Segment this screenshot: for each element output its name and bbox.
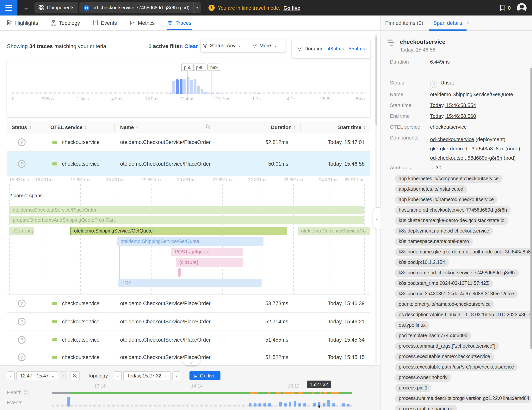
tab-highlights[interactable]: Highlights — [7, 16, 38, 30]
column-header-duration[interactable]: Duration — [247, 121, 296, 133]
component-link-pod[interactable]: od-checkoutse...58d689d-g8r6h (pod) — [430, 155, 515, 161]
events-timeline[interactable] — [52, 394, 352, 407]
sort-icon[interactable] — [363, 125, 366, 129]
span-start-time-link[interactable]: Today, 15:46:58.554 — [430, 102, 476, 108]
waterfall-span[interactable] — [178, 268, 180, 277]
histogram-bar[interactable] — [190, 80, 193, 94]
close-icon[interactable] — [466, 20, 469, 26]
sort-icon[interactable] — [29, 125, 31, 129]
waterfall-span[interactable]: .CurrencyServ... — [9, 227, 34, 235]
histogram-bar[interactable] — [176, 79, 179, 94]
histogram-bar[interactable] — [217, 93, 220, 94]
table-row[interactable]: checkoutservice oteldemo.CheckoutService… — [7, 295, 370, 313]
event-bar[interactable] — [323, 403, 325, 407]
column-header-otel-service[interactable]: OTEL service — [50, 121, 87, 133]
tab-traces[interactable]: Traces — [167, 16, 191, 30]
tab-metrics[interactable]: Metrics — [130, 16, 155, 30]
tab-topology[interactable]: Topology — [51, 16, 80, 30]
main-scrollbar[interactable] — [375, 33, 377, 363]
waterfall-span[interactable]: POST /getquote — [171, 248, 243, 256]
more-filters-dropdown[interactable]: More — [243, 39, 285, 52]
event-bar[interactable] — [254, 403, 256, 407]
help-icon[interactable] — [24, 390, 29, 395]
event-bar[interactable] — [327, 400, 330, 407]
zoom-out-button[interactable] — [71, 371, 80, 380]
waterfall-span[interactable]: prepareOrderItemsAndShippingQuoteFromCar… — [9, 216, 364, 224]
event-bar[interactable] — [279, 402, 282, 407]
tab-span-details[interactable]: Span details — [433, 20, 462, 26]
go-live-link[interactable]: Go live — [284, 5, 300, 11]
component-link-node[interactable]: gke-gke-demo-d...3bf643a8-i8ux (node) — [430, 146, 520, 152]
event-bar[interactable] — [249, 403, 251, 407]
waterfall-span[interactable]: POST — [118, 279, 262, 287]
event-bar[interactable] — [264, 403, 266, 407]
attributes-toggle[interactable]: 30 — [430, 165, 441, 171]
time-range-select[interactable]: 12:47 - 15:47 — [16, 371, 58, 380]
event-bar[interactable] — [347, 404, 350, 407]
parent-spans-link[interactable]: 2 parent spans — [9, 193, 45, 198]
tab-events[interactable]: Events — [93, 16, 117, 30]
histogram-bar[interactable] — [183, 79, 186, 94]
datetime-select[interactable]: Today, 15:27:32 — [124, 371, 171, 380]
range-next-button[interactable] — [60, 371, 67, 380]
panel-expand-handle[interactable] — [373, 207, 380, 229]
search-icon[interactable] — [205, 124, 211, 130]
event-bar[interactable] — [332, 403, 335, 407]
waterfall-span[interactable]: {closure} — [176, 258, 243, 267]
column-header-name[interactable]: Name — [120, 121, 138, 133]
sort-icon[interactable] — [85, 125, 87, 129]
waterfall-span[interactable]: oteldemo.ShippingService/GetQuote — [70, 227, 287, 235]
event-bar[interactable] — [67, 397, 70, 407]
table-row[interactable]: checkoutservice oteldemo.CheckoutService… — [7, 133, 370, 152]
duration-histogram[interactable]: p50 p90 p99 0 335µs 1.3ms 4.9ms 18.9ms 7… — [7, 58, 370, 117]
current-time-marker[interactable] — [319, 388, 319, 406]
duration-filter[interactable]: Duration: 48.4ms - 55.4ms — [292, 39, 370, 58]
components-breadcrumb-button[interactable]: Components — [35, 2, 78, 13]
pinned-items-indicator[interactable]: 0 — [499, 4, 511, 11]
histogram-bar[interactable] — [180, 79, 182, 94]
entity-dropdown-caret-icon[interactable] — [193, 2, 201, 13]
panel-scrollbar[interactable] — [531, 68, 532, 349]
table-row-selected[interactable]: checkoutservice oteldemo.CheckoutService… — [7, 152, 370, 176]
histogram-bar[interactable] — [194, 79, 196, 94]
sort-icon[interactable] — [294, 125, 296, 129]
tab-pinned-items[interactable]: Pinned items (0) — [385, 20, 423, 26]
histogram-bar[interactable] — [197, 86, 200, 94]
event-bar[interactable] — [258, 403, 261, 407]
event-bar[interactable] — [304, 403, 306, 407]
back-arrow-icon[interactable] — [23, 4, 29, 11]
health-timeline[interactable] — [52, 392, 352, 394]
component-link-deployment[interactable]: od-checkoutservice (deployment) — [430, 136, 505, 142]
event-bar[interactable] — [268, 403, 271, 407]
time-step-forward-button[interactable] — [172, 371, 180, 380]
histogram-bar[interactable] — [173, 81, 175, 94]
table-row[interactable]: checkoutservice oteldemo.CheckoutService… — [7, 313, 370, 331]
table-row[interactable]: checkoutservice oteldemo.CheckoutService… — [7, 331, 370, 349]
event-bar[interactable] — [298, 403, 301, 407]
event-bar[interactable] — [294, 401, 296, 407]
histogram-bar[interactable] — [204, 92, 207, 94]
status-filter-dropdown[interactable]: Status: Any — [201, 39, 243, 52]
sort-icon[interactable] — [136, 125, 138, 129]
histogram-bar[interactable] — [257, 93, 260, 94]
span-end-time-link[interactable]: Today, 15:46:58.560 — [430, 113, 476, 119]
event-bar[interactable] — [289, 402, 291, 407]
entity-selector[interactable]: od-checkoutservice-77458d689d-g8r6h (pod… — [79, 2, 193, 13]
clear-filters-link[interactable]: Clear — [184, 43, 198, 49]
histogram-bar[interactable] — [187, 77, 189, 94]
time-step-back-button[interactable] — [114, 371, 122, 380]
user-avatar[interactable] — [517, 3, 527, 13]
event-bar[interactable] — [313, 403, 316, 407]
histogram-bar[interactable] — [168, 93, 171, 94]
go-live-button[interactable]: Go live — [190, 371, 221, 380]
event-bar[interactable] — [284, 403, 287, 407]
waterfall-span[interactable]: oteldemo.CheckoutService/PlaceOrder — [9, 206, 364, 214]
hamburger-menu-icon[interactable] — [0, 0, 18, 16]
histogram-bar[interactable] — [208, 93, 210, 94]
column-header-start-time[interactable]: Start time — [313, 121, 366, 133]
column-header-status[interactable]: Status — [12, 121, 31, 133]
range-prev-button[interactable] — [7, 371, 15, 380]
waterfall-span[interactable]: oteldemo.CurrencyService/Co — [298, 227, 370, 235]
event-bar[interactable] — [342, 403, 345, 407]
waterfall-span[interactable]: oteldemo.ShippingService/GetQuote — [117, 237, 264, 246]
